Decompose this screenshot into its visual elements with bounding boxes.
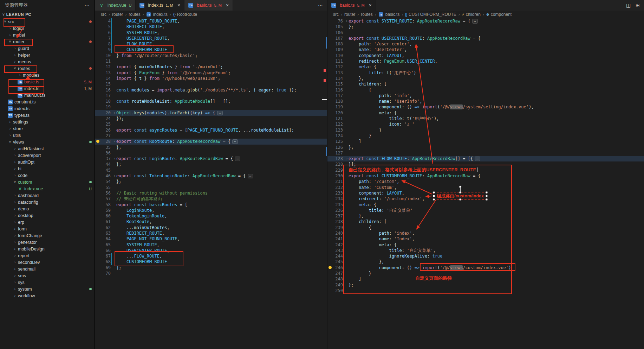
tree-item-mainOut.ts[interactable]: TSmainOut.ts — [0, 92, 95, 99]
tree-item-settings[interactable]: ›settings — [0, 119, 95, 125]
gutter-change-bar — [111, 225, 113, 230]
tree-item-constant.ts[interactable]: TSconstant.ts — [0, 99, 95, 105]
tree-item-router[interactable]: ˅router — [0, 38, 95, 45]
breadcrumb-component[interactable]: ⚙component — [486, 12, 512, 17]
lightbulb-icon[interactable] — [328, 266, 332, 269]
selection-handle[interactable] — [433, 191, 435, 194]
editor-code-area[interactable]: 76›export const SYSTEM_ROUTE: AppRouteRe… — [327, 18, 644, 293]
more-actions-icon[interactable]: ⋯ — [318, 2, 323, 8]
breadcrumb-router[interactable]: router — [112, 12, 123, 17]
tree-item-index.ts[interactable]: TSindex.ts — [0, 105, 95, 112]
tree-item-model[interactable]: ›model — [0, 32, 95, 38]
split-editor-icon[interactable]: ◫ — [626, 2, 631, 8]
tree-item-sendmail[interactable]: ›sendmail — [0, 266, 95, 272]
tree-item-sys[interactable]: ›sys — [0, 279, 95, 286]
tree-item-types.ts[interactable]: TStypes.ts — [0, 112, 95, 119]
tree-item-views[interactable]: ˅views — [0, 139, 95, 145]
tree-item-erp[interactable]: ›erp — [0, 219, 95, 226]
annotation-label-box[interactable]: 组成路由/custom/index — [433, 192, 487, 200]
tree-item-form[interactable]: ›form — [0, 226, 95, 232]
editor-layout-icon[interactable]: ⊞ — [636, 2, 640, 8]
tab-basic.ts[interactable]: TSbasic.ts5, M× — [327, 0, 376, 11]
tree-item-sms[interactable]: ›sms — [0, 272, 95, 279]
breadcrumb-src[interactable]: src — [101, 12, 106, 17]
tree-item-secondDev[interactable]: ›secondDev — [0, 259, 95, 266]
tab-index.vue[interactable]: Vindex.vueU — [95, 0, 136, 11]
glyph-margin — [327, 64, 332, 70]
tree-item-actHiTaskinst[interactable]: ›actHiTaskinst — [0, 145, 95, 152]
breadcrumb-index.ts[interactable]: TSindex.ts — [146, 12, 168, 17]
tree-item-src[interactable]: ˅src — [0, 18, 95, 25]
selection-handle[interactable] — [486, 195, 488, 197]
editor-code-area[interactable]: 4 PAGE_NOT_FOUND_ROUTE,5 REDIRECT_ROUTE,… — [95, 18, 327, 276]
breadcrumb-separator-icon: › — [483, 12, 484, 17]
fold-chevron-icon[interactable]: › — [345, 18, 349, 24]
tree-item-report[interactable]: ›report — [0, 252, 95, 259]
tree-item-code[interactable]: ›code — [0, 172, 95, 179]
tree-item-modules[interactable]: ›modules — [0, 72, 95, 78]
tree-item-mobileDesign[interactable]: ›mobileDesign — [0, 246, 95, 252]
fold-chevron-icon[interactable]: › — [113, 139, 116, 144]
tree-item-generator[interactable]: ›generator — [0, 239, 95, 246]
lightbulb-icon[interactable] — [96, 140, 99, 143]
tree-item-index.vue[interactable]: Vindex.vueU — [0, 185, 95, 192]
tree-item-basic.ts[interactable]: TSbasic.ts5, M — [0, 78, 95, 85]
tree-item-menus[interactable]: ›menus — [0, 58, 95, 65]
tree-item-custom[interactable]: ˅custom — [0, 179, 95, 185]
fold-chevron-icon[interactable]: › — [345, 156, 349, 161]
tree-item-desktop[interactable]: ›desktop — [0, 212, 95, 219]
glyph-margin — [95, 104, 100, 110]
breadcrumb-children[interactable]: ⚡children — [462, 12, 481, 17]
tree-item-logics[interactable]: ›logics — [0, 25, 95, 32]
selection-handle[interactable] — [433, 198, 435, 201]
tree-item-auditOpt[interactable]: ›auditOpt — [0, 159, 95, 165]
tab-basic.ts[interactable]: TSbasic.ts5, M× — [184, 0, 233, 11]
code-line: 126}; — [327, 145, 644, 150]
tree-item-demo[interactable]: ›demo — [0, 205, 95, 212]
git-status-dot — [89, 40, 92, 43]
breadcrumb-router[interactable]: router — [344, 12, 355, 17]
explorer-more-actions-icon[interactable]: ⋯ — [84, 2, 90, 8]
fold-chevron-icon[interactable]: › — [113, 156, 116, 161]
tab-badge: 1, M — [166, 3, 173, 7]
selection-handle[interactable] — [459, 198, 462, 201]
close-icon[interactable]: × — [177, 3, 180, 8]
tree-item-activereport[interactable]: ›activereport — [0, 152, 95, 159]
close-icon[interactable]: × — [369, 3, 372, 8]
close-icon[interactable]: × — [226, 3, 229, 8]
selection-handle[interactable] — [486, 198, 488, 201]
tree-item-dataconfig[interactable]: ›dataconfig — [0, 199, 95, 205]
glyph-margin — [95, 99, 100, 104]
breadcrumb-routes[interactable]: routes — [361, 12, 372, 17]
tree-item-system[interactable]: ›system — [0, 286, 95, 292]
fold-chevron-icon[interactable]: › — [113, 173, 116, 179]
tree-item-helper[interactable]: ›helper — [0, 52, 95, 58]
tree-item-index.ts[interactable]: TSindex.ts1, M — [0, 85, 95, 92]
breadcrumb-CUSTOMFORM_ROUTE[interactable]: []CUSTOMFORM_ROUTE — [405, 12, 456, 17]
breadcrumb-src[interactable]: src — [333, 12, 339, 17]
tree-item-guard[interactable]: ›guard — [0, 45, 95, 52]
tree-item-dashboard[interactable]: ›dashboard — [0, 192, 95, 199]
tree-item-bi[interactable]: ›bi — [0, 165, 95, 172]
symbol-icon: {} — [173, 13, 176, 17]
line-number: 63 — [100, 230, 111, 236]
tree-item-store[interactable]: ›store — [0, 125, 95, 132]
rotation-handle[interactable] — [459, 186, 462, 188]
tree-item-utils[interactable]: ›utils — [0, 132, 95, 139]
line-number: 249 — [332, 282, 343, 288]
gutter-change-bar — [111, 213, 113, 219]
fold-chevron-icon[interactable]: › — [113, 110, 116, 116]
tree-item-routes[interactable]: ˅routes — [0, 65, 95, 72]
selection-handle[interactable] — [433, 195, 435, 197]
breadcrumb-basic.ts[interactable]: TSbasic.ts — [378, 12, 400, 17]
tab-index.ts[interactable]: TSindex.ts1, M× — [136, 0, 184, 11]
tree-item-formChange[interactable]: ›formChange — [0, 232, 95, 239]
tree-item-workflow[interactable]: ›workflow — [0, 292, 95, 299]
code-line: 64 PAGE_NOT_FOUND_ROUTE, — [95, 236, 327, 242]
gutter-change-bar — [343, 276, 345, 282]
breadcrumb-routes[interactable]: routes — [129, 12, 140, 17]
breadcrumb-RootRoute[interactable]: {}RootRoute — [173, 12, 197, 17]
line-number: 232 — [332, 185, 343, 190]
workspace-section-header[interactable]: ˅ LEARUN PC — [0, 11, 95, 18]
selection-handle[interactable] — [486, 191, 488, 194]
